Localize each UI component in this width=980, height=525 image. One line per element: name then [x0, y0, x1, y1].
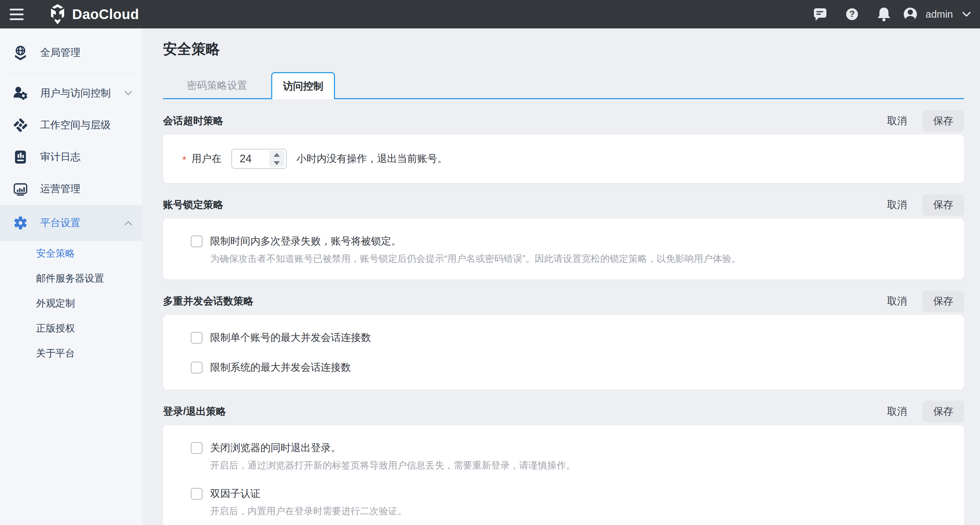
tab-access-control[interactable]: 访问控制 [271, 72, 335, 99]
account-lock-card: 限制时间内多次登录失败，账号将被锁定。 为确保攻击者不知道账号已被禁用，账号锁定… [163, 218, 964, 280]
sidebar-item-label: 平台设置 [40, 216, 124, 230]
cancel-button[interactable]: 取消 [878, 291, 916, 312]
section-header-account-lock: 账号锁定策略 取消 保存 [163, 196, 964, 213]
sidebar-subitem-security-policy[interactable]: 安全策略 [0, 241, 142, 266]
checkbox-row: 关闭浏览器的同时退出登录。 [191, 441, 936, 455]
svg-text:?: ? [849, 9, 855, 19]
chevron-down-icon [124, 91, 132, 96]
cancel-button[interactable]: 取消 [878, 401, 916, 422]
section-title: 会话超时策略 [163, 114, 878, 128]
section-title: 账号锁定策略 [163, 198, 878, 212]
chevron-up-icon [124, 220, 132, 226]
timeout-prefix-label: 用户在 [191, 152, 221, 166]
daocloud-cube-icon [48, 4, 67, 25]
checkbox-row: 双因子认证 [191, 487, 936, 501]
workspace-icon [13, 117, 29, 133]
checkbox-label: 限制系统的最大并发会话连接数 [210, 361, 351, 374]
sidebar-item-label: 用户与访问控制 [40, 86, 124, 100]
checkbox-label: 限制时间内多次登录失败，账号将被锁定。 [210, 234, 401, 248]
audit-log-icon [13, 149, 29, 165]
section-title: 多重并发会话数策略 [163, 294, 878, 308]
sidebar-item-operations[interactable]: 运营管理 [0, 173, 142, 205]
sidebar-item-label: 审计日志 [40, 150, 132, 164]
sidebar-divider [8, 73, 134, 73]
checkbox-label: 限制单个账号的最大并发会话连接数 [210, 331, 371, 345]
user-access-icon [13, 85, 29, 101]
avatar-icon [902, 6, 919, 22]
username: admin [926, 9, 953, 20]
page-title: 安全策略 [163, 41, 964, 57]
sidebar-subitem-mail-server[interactable]: 邮件服务器设置 [0, 266, 142, 291]
settings-gear-icon [13, 215, 29, 231]
required-asterisk: * [182, 154, 191, 165]
sidebar: 全局管理 [0, 29, 142, 525]
tab-password-policy[interactable]: 密码策略设置 [163, 72, 271, 99]
section-header-concurrent-sessions: 多重并发会话数策略 取消 保存 [163, 293, 964, 310]
concurrent-sessions-card: 限制单个账号的最大并发会话连接数 限制系统的最大并发会话连接数 [163, 315, 964, 390]
stepper-up-icon[interactable] [269, 151, 284, 159]
sidebar-item-workspace[interactable]: 工作空间与层级 [0, 109, 142, 141]
user-menu[interactable]: admin [902, 6, 971, 22]
main-content: 安全策略 密码策略设置 访问控制 会话超时策略 取消 保存 * 用户在 小时内没… [142, 29, 980, 525]
brand-name: DaoCloud [72, 6, 139, 22]
chevron-down-icon [962, 11, 971, 18]
sidebar-item-label: 全局管理 [40, 46, 132, 60]
menu-toggle-icon[interactable] [10, 6, 25, 22]
save-button[interactable]: 保存 [923, 291, 964, 312]
save-button[interactable]: 保存 [923, 194, 964, 216]
brand-logo: DaoCloud [48, 4, 139, 25]
sidebar-item-label: 运营管理 [40, 182, 132, 196]
cancel-button[interactable]: 取消 [878, 194, 916, 215]
sidebar-subitem-about[interactable]: 关于平台 [0, 341, 142, 366]
system-session-limit-checkbox[interactable] [191, 362, 202, 374]
help-icon[interactable]: ? [844, 6, 861, 22]
sidebar-item-label: 工作空间与层级 [40, 118, 132, 132]
checkbox-help-text: 开启后，通过浏览器打开新的标签页将导致用户信息丢失，需要重新登录，请谨慎操作。 [210, 460, 936, 471]
section-header-login-logout: 登录/退出策略 取消 保存 [163, 403, 964, 420]
checkbox-row: 限制系统的最大并发会话连接数 [191, 361, 936, 374]
section-title: 登录/退出策略 [163, 405, 878, 418]
sidebar-item-platform-settings[interactable]: 平台设置 [0, 205, 142, 241]
sidebar-item-audit-log[interactable]: 审计日志 [0, 141, 142, 173]
sidebar-item-global-management[interactable]: 全局管理 [0, 37, 142, 68]
chat-icon[interactable] [812, 6, 829, 22]
globe-icon [13, 45, 29, 61]
section-header-session-timeout: 会话超时策略 取消 保存 [163, 112, 964, 130]
number-stepper [269, 151, 284, 167]
two-factor-checkbox[interactable] [191, 488, 202, 500]
sidebar-subitem-license[interactable]: 正版授权 [0, 316, 142, 341]
sidebar-item-users-access[interactable]: 用户与访问控制 [0, 77, 142, 109]
timeout-number-input-wrap [231, 149, 287, 169]
sidebar-subitem-appearance[interactable]: 外观定制 [0, 291, 142, 316]
save-button[interactable]: 保存 [923, 401, 964, 422]
session-timeout-card: * 用户在 小时内没有操作，退出当前账号。 [163, 135, 964, 183]
cancel-button[interactable]: 取消 [878, 111, 916, 131]
timeout-hours-input[interactable] [232, 150, 262, 168]
checkbox-help-text: 为确保攻击者不知道账号已被禁用，账号锁定后仍会提示“用户名或密码错误”。因此请设… [210, 253, 936, 264]
lock-policy-checkbox[interactable] [191, 235, 202, 247]
checkbox-label: 双因子认证 [210, 487, 261, 501]
logout-on-close-checkbox[interactable] [191, 442, 202, 454]
checkbox-row: 限制时间内多次登录失败，账号将被锁定。 [191, 234, 936, 248]
save-button[interactable]: 保存 [923, 110, 964, 132]
checkbox-label: 关闭浏览器的同时退出登录。 [210, 441, 341, 455]
checkbox-row: 限制单个账号的最大并发会话连接数 [191, 331, 936, 345]
operations-icon [13, 181, 29, 197]
timeout-suffix-label: 小时内没有操作，退出当前账号。 [296, 152, 447, 166]
stepper-down-icon[interactable] [269, 159, 284, 167]
login-logout-card: 关闭浏览器的同时退出登录。 开启后，通过浏览器打开新的标签页将导致用户信息丢失，… [163, 425, 964, 525]
checkbox-help-text: 开启后，内置用户在登录时需要进行二次验证。 [210, 506, 936, 517]
account-session-limit-checkbox[interactable] [191, 332, 202, 344]
bell-icon[interactable] [876, 6, 892, 22]
tabbar: 密码策略设置 访问控制 [163, 72, 964, 99]
topbar: DaoCloud ? admin [0, 0, 980, 29]
